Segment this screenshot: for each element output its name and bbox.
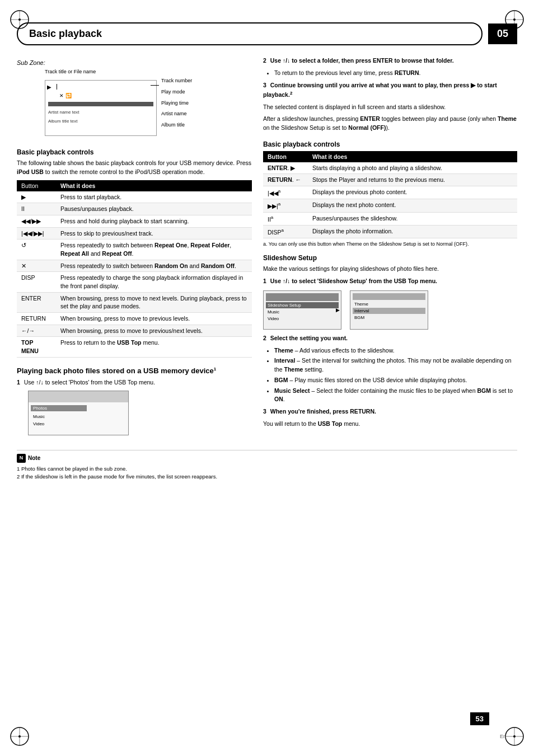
screen-right: Theme Interval BGM	[350, 290, 428, 330]
table-col1-header: Button	[17, 180, 56, 191]
action-cell: Displays the next photo content.	[308, 199, 517, 212]
step2: 2 Use ↑/↓ to select a folder, then press…	[263, 57, 517, 65]
button-cell: ENTER. ▶	[263, 162, 308, 174]
photo-table-col1: Button	[263, 151, 308, 162]
button-cell: IIa	[263, 212, 308, 225]
button-cell: ▶	[17, 191, 56, 203]
corner-decoration-br	[503, 725, 526, 748]
button-cell: RETURN. ←	[263, 174, 308, 186]
action-cell: Press to return to the USB Top menu.	[56, 337, 252, 357]
display-diagram: ▶ ✕ 🔁 Artist name text Album title text	[45, 80, 157, 136]
button-cell: ✕	[17, 260, 56, 272]
button-cell: ◀◀/▶▶	[17, 215, 56, 227]
page-header: Basic playback 05	[17, 22, 517, 45]
action-cell: When browsing, press to move to previous…	[56, 313, 252, 325]
screen-mockup-photos: Photos Music Video	[28, 391, 129, 435]
photo-table-col2: What it does	[308, 151, 517, 162]
action-cell: Displays the photo information.	[308, 225, 517, 238]
step2-slideshow: 2 Select the setting you want.	[263, 334, 517, 343]
page-container: Basic playback 05 Sub Zone: Track title …	[0, 0, 534, 756]
table-row: ENTER When browsing, press to move to ne…	[17, 292, 252, 312]
button-cell: RETURN	[17, 313, 56, 325]
button-cell: ▶▶|a	[263, 199, 308, 212]
corner-decoration-tl	[8, 8, 31, 31]
screen-mockups-row: Slideshow Setup Music Video ▶ Theme Inte…	[263, 290, 517, 330]
note-item-1: 1 Photo files cannot be played in the su…	[17, 465, 517, 473]
table-row: ↺ Press repeatedly to switch between Rep…	[17, 240, 252, 260]
table-row: ▶▶|a Displays the next photo content.	[263, 199, 517, 212]
step1: 1 Use ↑/↓ to select 'Photos' from the US…	[17, 378, 252, 387]
table-row: ←/→ When browsing, press to move to prev…	[17, 325, 252, 337]
step2-bullets: To return to the previous level any time…	[263, 69, 517, 78]
action-cell: When browsing, press to move to previous…	[56, 325, 252, 337]
action-cell: Press to start playback.	[56, 191, 252, 203]
screen-left: Slideshow Setup Music Video ▶	[263, 290, 341, 330]
table-row: |◀◀a Displays the previous photo content…	[263, 186, 517, 199]
button-cell: ←/→	[17, 325, 56, 337]
album-title-label: Album title	[161, 120, 192, 131]
table-row: DISP Press repeatedly to charge the song…	[17, 272, 252, 292]
sub-zone-label: Sub Zone:	[17, 59, 252, 66]
table-row: RETURN When browsing, press to move to p…	[17, 313, 252, 325]
page-lang: En	[500, 734, 506, 739]
action-cell: Press repeatedly to switch between Rando…	[56, 260, 252, 272]
action-cell: Press and hold during playback to start …	[56, 215, 252, 227]
table-row: DISPa Displays the photo information.	[263, 225, 517, 238]
step3: 3 Continue browsing until you arrive at …	[263, 81, 517, 100]
note-heading: N Note	[17, 454, 517, 463]
action-cell: Press repeatedly to charge the song play…	[56, 272, 252, 292]
step3-text: The selected content is displayed in ful…	[263, 103, 517, 112]
content-columns: Sub Zone: Track title or File name ▶ ✕ 🔁…	[17, 57, 517, 439]
right-column: 2 Use ↑/↓ to select a folder, then press…	[263, 57, 517, 439]
action-cell: Pauses/unpauses playback.	[56, 203, 252, 215]
step1-slideshow: 1 Use ↑/↓ to select 'Slideshow Setup' fr…	[263, 277, 517, 286]
table-row: II Pauses/unpauses playback.	[17, 203, 252, 215]
table-row: ✕ Press repeatedly to switch between Ran…	[17, 260, 252, 272]
table-row: TOP MENU Press to return to the USB Top …	[17, 337, 252, 357]
photo-controls-heading: Basic playback controls	[263, 140, 517, 148]
diagram-labels-right: Track number Play mode Playing time Arti…	[161, 76, 192, 131]
page-number-area: 53 En	[500, 734, 506, 739]
basic-controls-heading: Basic playback controls	[17, 148, 252, 156]
button-cell: DISPa	[263, 225, 308, 238]
step3-slideshow: 3 When you're finished, press RETURN.	[263, 407, 517, 416]
action-cell: Starts displaying a photo and playing a …	[308, 162, 517, 174]
artist-name-label: Artist name	[161, 109, 192, 120]
basic-controls-intro: The following table shows the basic play…	[17, 159, 252, 177]
action-cell: When browsing, press to move to next lev…	[56, 292, 252, 312]
table-col2-header: What it does	[56, 180, 252, 191]
action-cell: Pauses/unpauses the slideshow.	[308, 212, 517, 225]
button-cell: ENTER	[17, 292, 56, 312]
chapter-title: Basic playback	[17, 22, 483, 45]
action-cell: Displays the previous photo content.	[308, 186, 517, 199]
photo-controls-table: Button What it does ENTER. ▶ Starts disp…	[263, 151, 517, 238]
note-items: 1 Photo files cannot be played in the su…	[17, 465, 517, 481]
footnote-a: a. You can only use this button when The…	[263, 241, 517, 248]
slideshow-heading: Slideshow Setup	[263, 254, 517, 262]
table-row: ◀◀/▶▶ Press and hold during playback to …	[17, 215, 252, 227]
display-diagram-wrapper: Track title or File name ▶ ✕ 🔁 Artist na…	[28, 69, 207, 140]
button-cell: TOP MENU	[17, 337, 56, 357]
playing-time-label: Playing time	[161, 98, 192, 109]
action-cell: Stops the Player and returns to the prev…	[308, 174, 517, 186]
corner-decoration-bl	[8, 725, 31, 748]
slideshow-intro: Make the various settings for playing sl…	[263, 265, 517, 274]
page-number: 53	[470, 712, 489, 725]
table-row: ENTER. ▶ Starts displaying a photo and p…	[263, 162, 517, 174]
button-cell: II	[17, 203, 56, 215]
button-cell: |◀◀/▶▶|	[17, 227, 56, 240]
button-cell: DISP	[17, 272, 56, 292]
track-number-label: Track number	[161, 76, 192, 87]
table-row: RETURN. ← Stops the Player and returns t…	[263, 174, 517, 186]
corner-decoration-tr	[503, 8, 526, 31]
step2-ss-bullets: Theme – Add various effects to the slide…	[263, 346, 517, 405]
button-cell: ↺	[17, 240, 56, 260]
button-cell: |◀◀a	[263, 186, 308, 199]
action-cell: Press repeatedly to switch between Repea…	[56, 240, 252, 260]
enter-text: After a slideshow launches, pressing ENT…	[263, 115, 517, 133]
table-row: |◀◀/▶▶| Press to skip to previous/next t…	[17, 227, 252, 240]
action-cell: Press to skip to previous/next track.	[56, 227, 252, 240]
left-column: Sub Zone: Track title or File name ▶ ✕ 🔁…	[17, 57, 252, 439]
step3-ss-text: You will return to the USB Top menu.	[263, 420, 517, 429]
note-icon: N	[17, 454, 26, 463]
